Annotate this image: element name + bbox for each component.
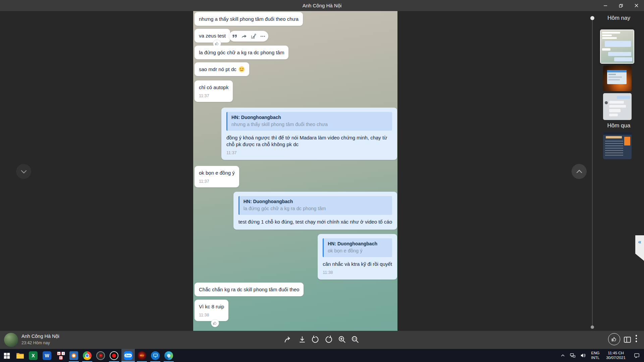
quoted-message: HN: Duonghoangbach nhưng a thấy skill ph…	[226, 112, 392, 131]
quote-author: HN: Duonghoangbach	[244, 198, 388, 205]
minimize-button[interactable]	[598, 0, 613, 11]
taskbar-icon-chrome[interactable]	[80, 349, 94, 362]
taskbar-icon-mu-game[interactable]: MU	[135, 349, 149, 362]
close-button[interactable]	[629, 0, 644, 11]
thumbnail-image	[603, 93, 632, 120]
mu-game-icon: MU	[138, 351, 146, 360]
rotate-right-button[interactable]	[324, 335, 334, 345]
network-status-icon[interactable]	[568, 349, 578, 362]
action-center-button[interactable]	[629, 349, 644, 362]
message-time: 11:37	[199, 94, 228, 99]
language-indicator[interactable]: ENG INTL	[588, 349, 602, 362]
message-time: 11:38	[199, 313, 224, 318]
taskbar-icon-vmware[interactable]	[67, 349, 80, 362]
quote-author: HN: Duonghoangbach	[231, 114, 388, 121]
forward-icon	[241, 34, 247, 39]
message-text: la đứng góc chữ a kg ra dc phong tâm	[199, 50, 284, 55]
chat-bubble: nhưng a thấy skill phong tâm đuổi theo c…	[195, 12, 303, 26]
titlebar: Anh Công Hà Nội	[0, 0, 644, 11]
message-text: test đứng 1 chỗ ko đúng, test chạy mới c…	[238, 219, 392, 225]
taskbar-icon-screen-record[interactable]	[107, 349, 121, 362]
message-text: Chắc chắn kg ra dc skill phong tâm đuổi …	[199, 287, 299, 292]
restore-button[interactable]	[613, 0, 629, 11]
start-button[interactable]	[0, 349, 13, 362]
taskbar-icon-remote-viewer[interactable]	[149, 349, 162, 362]
chat-bubble: la đứng góc chữ a kg ra dc phong tâm	[195, 46, 288, 59]
chat-bubble: Vì kc 8 ruip 11:38	[195, 300, 228, 321]
chat-bubble: Chắc chắn kg ra dc skill phong tâm đuổi …	[195, 283, 304, 296]
share-button[interactable]	[283, 335, 293, 345]
chevron-up-icon	[560, 353, 565, 358]
taskbar-icon-unikey[interactable]: u i n	[54, 349, 68, 362]
rotate-left-button[interactable]	[310, 335, 320, 345]
quote-text: la đứng góc chữ a kg ra dc phong tâm	[244, 205, 388, 212]
tray-expand-button[interactable]	[558, 349, 568, 362]
reaction-badge	[211, 319, 219, 327]
chat-bubble: ok bọn e đồng ý 11:37	[195, 166, 239, 187]
ethernet-icon	[570, 353, 576, 358]
avatar	[4, 333, 18, 347]
taskbar: X W u i n	[0, 349, 644, 362]
word-icon: W	[43, 351, 51, 360]
image-viewer-canvas: nhưng a thấy skill phong tâm đuổi theo c…	[0, 11, 644, 331]
zoom-in-icon	[338, 335, 346, 344]
message-text: va zeus test	[199, 33, 226, 39]
language-code: ENG	[591, 351, 600, 356]
chat-bubble-reply: HN: Duonghoangbach la đứng góc chữ a kg …	[233, 192, 397, 230]
actual-size-button[interactable]: 1:1	[350, 335, 360, 345]
previous-image-button[interactable]	[16, 164, 31, 179]
split-view-button[interactable]	[622, 335, 632, 345]
thumbnail[interactable]	[603, 65, 632, 91]
recorder-icon	[96, 351, 105, 360]
message-time: 11:37	[226, 150, 392, 156]
sidebar-scroll-end-dot	[591, 325, 594, 329]
share-icon	[284, 335, 292, 344]
quote-author: HN: Duonghoangbach	[328, 241, 388, 247]
message-time: 11:37	[199, 179, 235, 184]
chat-bubble: chỉ có autopk 11:37	[195, 80, 233, 102]
keyboard-layout: INTL	[591, 356, 600, 360]
app-window: Anh Công Hà Nội nhưng a thấy skill phong…	[0, 0, 644, 362]
viewer-bottom-bar: Anh Công Hà Nội 23:42 Hôm nay	[0, 331, 644, 349]
taskbar-icon-zalo[interactable]: Zalo	[121, 349, 135, 362]
thumbnail-current[interactable]	[600, 29, 634, 64]
vmware-icon	[69, 351, 78, 360]
more-options-button[interactable]	[634, 335, 638, 345]
taskbar-icon-file-explorer[interactable]	[13, 349, 27, 362]
edge-icon	[164, 351, 173, 360]
viewed-image[interactable]: nhưng a thấy skill phong tâm đuổi theo c…	[193, 11, 397, 331]
like-button[interactable]	[608, 333, 620, 345]
double-chevron-left-icon: «	[638, 239, 641, 261]
message-text: cân nhắc và ktra kỹ đi rồi quyết	[323, 261, 392, 267]
notification-icon	[634, 353, 640, 358]
rotate-left-icon	[311, 335, 320, 344]
rotate-right-icon	[324, 335, 333, 344]
next-image-button[interactable]	[572, 164, 587, 179]
thumbnail[interactable]	[603, 93, 632, 120]
chevron-up-icon	[575, 167, 584, 176]
download-button[interactable]	[297, 335, 307, 345]
taskbar-icon-edge[interactable]	[162, 349, 175, 362]
edit-icon	[251, 34, 256, 39]
restore-icon	[619, 3, 623, 8]
message-text: đồng ý khoá ngược thì để tớ nói Madara l…	[226, 134, 392, 148]
taskbar-icon-word[interactable]: W	[40, 349, 54, 362]
clock[interactable]: 11:45 CH 30/07/2021	[602, 349, 629, 362]
sidebar-scroll-track	[592, 18, 593, 327]
thumbnail[interactable]	[603, 132, 632, 159]
taskbar-icon-recorder[interactable]	[94, 349, 107, 362]
minimize-icon	[603, 4, 607, 8]
smile-emoji	[238, 66, 245, 72]
sidebar-collapse-tab[interactable]: «	[635, 235, 644, 261]
zoom-in-button[interactable]	[337, 335, 347, 345]
thumbs-up-icon	[213, 321, 217, 325]
volume-icon[interactable]	[578, 349, 588, 362]
taskbar-icon-excel[interactable]: X	[26, 349, 40, 362]
quote-text: ok bọn e đồng ý	[328, 248, 388, 254]
today-label: Hôm nay	[594, 15, 643, 21]
message-hover-toolbar	[229, 31, 268, 42]
svg-text:1:1: 1:1	[353, 338, 356, 340]
sidebar-scroll-thumb[interactable]	[590, 16, 594, 20]
chat-bubble-reply: HN: Duonghoangbach nhưng a thấy skill ph…	[221, 108, 397, 160]
chat-bubble: va zeus test	[195, 29, 230, 43]
